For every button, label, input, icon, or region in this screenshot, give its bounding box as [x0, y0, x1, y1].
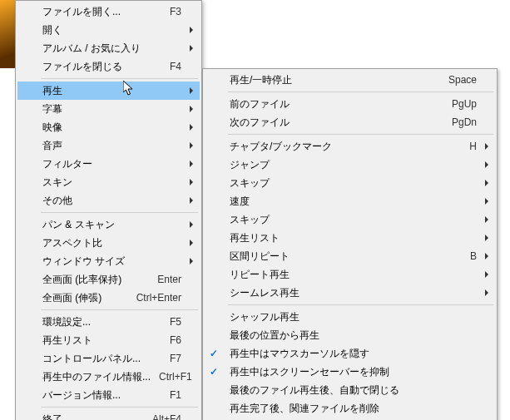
menu-item-label: アスペクト比	[42, 236, 181, 250]
submenu-arrow-icon	[485, 235, 488, 241]
menu1-item[interactable]: 全画面 (伸張)Ctrl+Enter	[17, 289, 200, 307]
menu-item-accelerator: F1	[170, 389, 181, 401]
menu-item-label: 再生/一時停止	[230, 73, 440, 87]
submenu-arrow-icon	[190, 142, 193, 149]
menu2-item[interactable]: 最後の位置から再生	[205, 326, 495, 344]
menu1-item[interactable]: 環境設定...F5	[17, 313, 200, 331]
menu1-item[interactable]: 音声	[17, 136, 200, 155]
menu1-item[interactable]: 終了Alt+F4	[17, 410, 200, 420]
menu1-item[interactable]: 映像	[17, 118, 200, 136]
menu-separator	[41, 78, 198, 79]
menu-item-label: 再生リスト	[230, 231, 477, 245]
menu-item-label: パン & スキャン	[42, 218, 181, 232]
submenu-arrow-icon	[190, 45, 193, 52]
menu1-item[interactable]: 再生	[17, 82, 200, 100]
menu1-item[interactable]: バージョン情報...F1	[17, 386, 200, 404]
menu1-item[interactable]: 開く	[17, 21, 200, 39]
menu-item-label: 音声	[42, 139, 181, 153]
menu-item-label: ファイルを開く...	[42, 5, 161, 19]
main-context-menu: ファイルを開く...F3開くアルバム / お気に入りファイルを閉じるF4再生字幕…	[15, 0, 202, 420]
menu2-item[interactable]: 再生/一時停止Space	[205, 71, 495, 89]
check-icon: ✓	[210, 366, 218, 378]
menu2-item[interactable]: 再生リスト	[205, 229, 495, 247]
menu-item-label: その他	[42, 194, 181, 208]
menu-item-label: シームレス再生	[230, 286, 477, 300]
menu-item-label: 再生中のファイル情報...	[42, 370, 151, 384]
menu-item-label: 区間リピート	[230, 250, 462, 264]
menu-item-accelerator: F3	[170, 6, 181, 17]
menu-item-accelerator: F7	[170, 353, 181, 364]
menu-item-label: 速度	[230, 195, 477, 209]
menu-item-label: フィルター	[42, 157, 181, 171]
submenu-arrow-icon	[190, 258, 193, 264]
background-art	[0, 0, 15, 68]
menu-item-label: 全画面 (伸張)	[42, 291, 128, 305]
menu-separator	[41, 212, 198, 213]
menu-item-accelerator: F4	[170, 61, 181, 72]
menu-item-label: スキン	[42, 175, 181, 190]
menu-item-label: 次のファイル	[230, 116, 443, 130]
menu1-item[interactable]: ウィンドウ サイズ	[17, 252, 200, 270]
submenu-arrow-icon	[485, 198, 488, 205]
menu-item-accelerator: H	[469, 141, 477, 152]
check-icon: ✓	[210, 348, 218, 359]
menu-item-accelerator: F6	[170, 334, 181, 346]
submenu-arrow-icon	[190, 87, 193, 94]
menu2-item[interactable]: チャプタ/ブックマークH	[205, 137, 495, 156]
menu1-item[interactable]: フィルター	[17, 155, 200, 173]
menu-item-accelerator: Space	[448, 74, 477, 86]
submenu-arrow-icon	[190, 221, 193, 228]
menu2-item[interactable]: ジャンプ	[205, 156, 495, 174]
menu2-item[interactable]: シャッフル再生	[205, 308, 495, 326]
menu1-item[interactable]: 再生リストF6	[17, 331, 200, 349]
menu1-item[interactable]: 字幕	[17, 100, 200, 118]
menu-item-label: コントロールパネル...	[42, 352, 161, 366]
menu-item-label: 再生完了後、関連ファイルを削除	[230, 402, 477, 416]
menu2-item[interactable]: 区間リピートB	[205, 247, 495, 265]
menu1-item[interactable]: 再生中のファイル情報...Ctrl+F1	[17, 368, 200, 386]
menu-item-label: スキップ	[230, 176, 477, 190]
menu1-item[interactable]: ファイルを閉じるF4	[17, 57, 200, 76]
menu1-item[interactable]: アスペクト比	[17, 234, 200, 252]
menu2-item[interactable]: スキップ	[205, 210, 495, 229]
submenu-arrow-icon	[485, 253, 488, 259]
submenu-arrow-icon	[485, 143, 488, 150]
menu-item-label: リピート再生	[230, 268, 477, 282]
menu-item-label: 最後の位置から再生	[230, 329, 477, 343]
submenu-arrow-icon	[485, 289, 488, 296]
submenu-arrow-icon	[190, 27, 193, 33]
submenu-arrow-icon	[485, 161, 488, 168]
menu-item-label: シャッフル再生	[230, 310, 477, 324]
menu2-item[interactable]: スキップ	[205, 174, 495, 192]
menu1-item[interactable]: アルバム / お気に入り	[17, 39, 200, 57]
menu-item-label: 環境設定...	[42, 315, 161, 329]
menu2-item[interactable]: シームレス再生	[205, 284, 495, 302]
playback-submenu: 再生/一時停止Space前のファイルPgUp次のファイルPgDnチャプタ/ブック…	[202, 68, 498, 420]
menu2-item[interactable]: リピート再生	[205, 265, 495, 284]
menu-item-label: 再生中はマウスカーソルを隠す	[230, 347, 477, 361]
menu-item-label: バージョン情報...	[42, 388, 161, 403]
menu1-item[interactable]: スキン	[17, 173, 200, 191]
menu-item-accelerator: Alt+F4	[152, 413, 181, 420]
menu-item-label: 前のファイル	[230, 97, 443, 111]
menu2-item[interactable]: 前のファイルPgUp	[205, 95, 495, 113]
menu-separator	[228, 304, 493, 305]
menu1-item[interactable]: パン & スキャン	[17, 215, 200, 234]
menu-item-label: スキップ	[230, 213, 477, 227]
submenu-arrow-icon	[190, 197, 193, 204]
menu-item-label: 再生リスト	[42, 334, 161, 348]
menu-separator	[228, 91, 493, 92]
menu2-item[interactable]: 再生完了後、関連ファイルを削除	[205, 399, 495, 418]
menu1-item[interactable]: 全画面 (比率保持)Enter	[17, 270, 200, 289]
submenu-arrow-icon	[485, 180, 488, 186]
menu1-item[interactable]: ファイルを開く...F3	[17, 2, 200, 21]
menu2-item[interactable]: 速度	[205, 192, 495, 210]
menu2-item[interactable]: ✓再生中はスクリーンセーバーを抑制	[205, 363, 495, 381]
menu-item-accelerator: PgDn	[452, 116, 477, 128]
menu2-item[interactable]: ✓再生中はマウスカーソルを隠す	[205, 344, 495, 363]
menu-item-label: 映像	[42, 121, 181, 135]
menu2-item[interactable]: 最後のファイル再生後、自動で閉じる	[205, 381, 495, 399]
menu1-item[interactable]: コントロールパネル...F7	[17, 349, 200, 368]
menu1-item[interactable]: その他	[17, 191, 200, 210]
menu2-item[interactable]: 次のファイルPgDn	[205, 113, 495, 131]
